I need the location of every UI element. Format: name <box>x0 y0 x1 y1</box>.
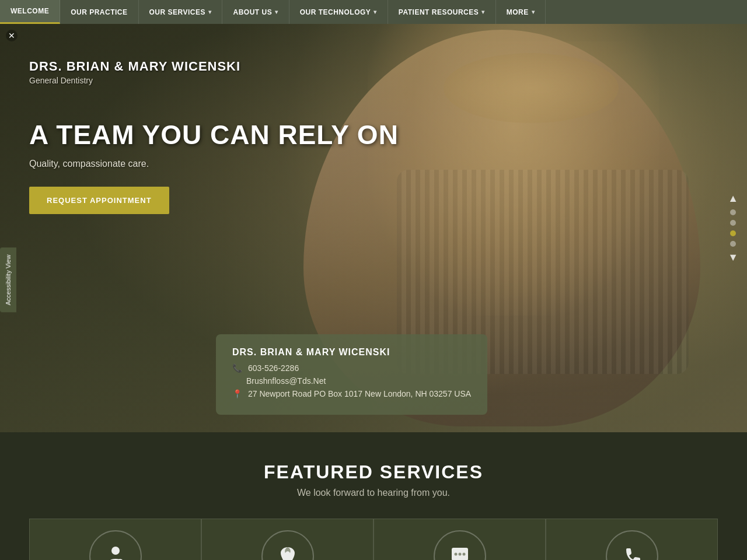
featured-services-section: FEATURED SERVICES We look forward to hea… <box>0 432 747 560</box>
email-row: Brushnfloss@Tds.Net <box>232 376 471 386</box>
svg-point-6 <box>462 553 465 556</box>
chevron-down-icon: ▾ <box>532 9 535 15</box>
accessibility-tab[interactable]: Accessibility View <box>0 248 16 313</box>
address: 27 Newport Road PO Box 1017 New London, … <box>248 389 471 398</box>
email-address[interactable]: Brushnfloss@Tds.Net <box>246 376 326 386</box>
slide-dot-2[interactable] <box>730 220 736 226</box>
practice-subtitle: General Dentistry <box>29 76 399 85</box>
hero-headline: A TEAM YOU CAN RELY ON <box>29 120 399 150</box>
featured-title: FEATURED SERVICES <box>12 461 735 483</box>
nav-more[interactable]: MORE ▾ <box>496 0 546 24</box>
chevron-down-icon: ▾ <box>275 9 278 15</box>
nav-our-practice[interactable]: OUR PRACTICE <box>60 0 138 24</box>
phone-icon: 📞 <box>232 363 242 373</box>
chevron-down-icon: ▾ <box>208 9 212 15</box>
close-button[interactable]: ✕ <box>6 30 18 41</box>
featured-subtitle: We look forward to hearing from you. <box>12 488 735 498</box>
slide-up-arrow[interactable]: ▲ <box>728 192 738 205</box>
nav-our-technology[interactable]: OUR TECHNOLOGY ▾ <box>289 0 388 24</box>
svg-point-4 <box>454 553 457 556</box>
nav-about-us[interactable]: ABOUT US ▾ <box>222 0 289 24</box>
hero-section: Accessibility View ✕ DRS. BRIAN & MARY W… <box>0 24 747 432</box>
slide-down-arrow[interactable]: ▼ <box>728 251 738 264</box>
practice-name: DRS. BRIAN & MARY WICENSKI <box>29 59 399 74</box>
nav-welcome[interactable]: WELCOME <box>0 0 60 24</box>
services-row <box>12 519 735 560</box>
doctor-icon <box>89 530 142 560</box>
chevron-down-icon: ▾ <box>374 9 377 15</box>
phone-icon <box>606 530 658 560</box>
chat-icon <box>434 530 486 560</box>
phone-number[interactable]: 603-526-2286 <box>248 363 299 373</box>
slide-navigation: ▲ ▼ <box>728 192 738 264</box>
dental-icon <box>261 530 314 560</box>
contact-card-name: DRS. BRIAN & MARY WICENSKI <box>232 347 471 358</box>
location-icon: 📍 <box>232 389 242 398</box>
service-card-dental[interactable] <box>201 519 374 560</box>
nav-patient-resources[interactable]: PATIENT RESOURCES ▾ <box>388 0 496 24</box>
main-navigation: WELCOME OUR PRACTICE OUR SERVICES ▾ ABOU… <box>0 0 747 24</box>
address-row: 📍 27 Newport Road PO Box 1017 New London… <box>232 389 471 398</box>
svg-point-5 <box>458 553 461 556</box>
phone-row: 📞 603-526-2286 <box>232 363 471 373</box>
hero-content: DRS. BRIAN & MARY WICENSKI General Denti… <box>29 59 399 214</box>
contact-card: DRS. BRIAN & MARY WICENSKI 📞 603-526-228… <box>216 334 487 415</box>
service-card-consultation[interactable] <box>374 519 546 560</box>
chevron-down-icon: ▾ <box>481 9 485 15</box>
slide-dot-3[interactable] <box>730 230 736 236</box>
slide-dot-4[interactable] <box>730 241 736 247</box>
slide-dot-1[interactable] <box>730 209 736 215</box>
nav-our-services[interactable]: OUR SERVICES ▾ <box>139 0 223 24</box>
service-card-phone[interactable] <box>546 519 718 560</box>
hero-tagline: Quality, compassionate care. <box>29 159 399 169</box>
svg-point-0 <box>111 547 120 555</box>
service-card-doctor[interactable] <box>29 519 201 560</box>
request-appointment-button[interactable]: REQUEST APPOINTMENT <box>29 187 169 214</box>
